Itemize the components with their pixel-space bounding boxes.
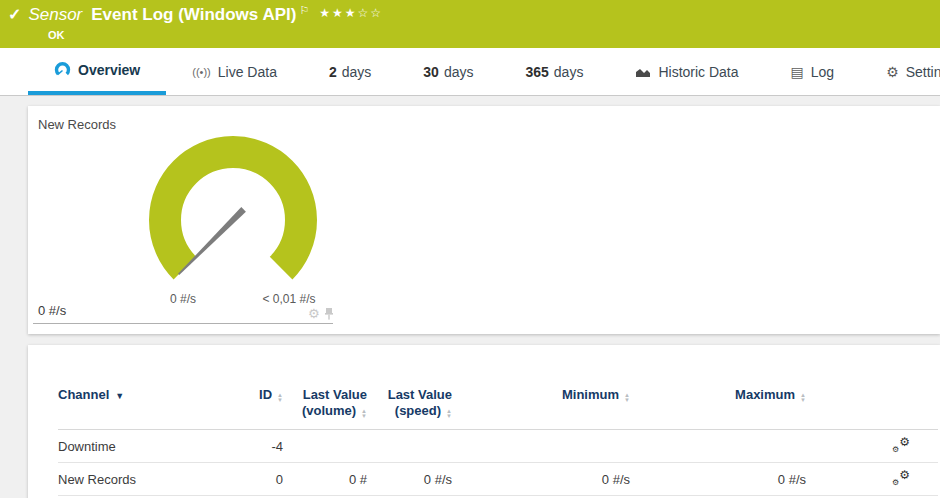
tab-number: 30: [423, 64, 439, 80]
table-header-row: Channel▼ ID▲▼ Last Value (volume)▲▼ Last…: [58, 383, 938, 430]
cell-last-value-speed: 0 #/s: [367, 463, 452, 496]
tab-30-days[interactable]: 30 days: [397, 48, 499, 95]
status-check-icon: ✓: [8, 5, 21, 25]
sensor-title: Event Log (Windows API): [91, 5, 296, 25]
tab-label: Log: [811, 64, 834, 80]
tab-bar: Overview ((•)) Live Data 2 days 30 days …: [0, 48, 940, 96]
sort-icon: ▲▼: [624, 393, 630, 403]
priority-stars[interactable]: ★★★☆☆: [319, 6, 383, 20]
gauge-panel-title: New Records: [38, 117, 116, 132]
table-row-new-records[interactable]: New Records 0 0 # 0 #/s 0 #/s 0 #/s ⚙ ⚙: [58, 463, 938, 496]
cell-last-value-volume: [283, 430, 367, 463]
channel-table: Channel▼ ID▲▼ Last Value (volume)▲▼ Last…: [58, 383, 938, 496]
tab-label: Settings: [906, 64, 940, 80]
historic-data-icon: [635, 66, 651, 78]
widget-settings-gear-icon[interactable]: ⚙: [308, 306, 320, 321]
channel-table-panel: Channel▼ ID▲▼ Last Value (volume)▲▼ Last…: [28, 345, 940, 498]
gauge-needle: [178, 207, 246, 275]
sort-icon: ▲▼: [361, 409, 367, 419]
tab-label: Live Data: [218, 64, 277, 80]
sort-icon: ▲▼: [446, 409, 452, 419]
cell-minimum: 0 #/s: [452, 463, 630, 496]
gauge-current-value: 0 #/s: [38, 303, 66, 318]
sensor-header-banner: ✓ Sensor Event Log (Windows API) ⚐ ★★★☆☆…: [0, 0, 940, 48]
tab-label: days: [342, 64, 372, 80]
cell-id: -4: [218, 430, 283, 463]
cell-channel[interactable]: Downtime: [58, 430, 218, 463]
column-header-id[interactable]: ID▲▼: [218, 383, 283, 430]
live-data-icon: ((•)): [192, 66, 211, 78]
sensor-kind-label: Sensor: [28, 5, 82, 25]
sort-active-icon: ▼: [115, 391, 124, 401]
tab-log[interactable]: ▤ Log: [765, 48, 861, 95]
tab-label: days: [444, 64, 474, 80]
pin-icon[interactable]: [324, 307, 334, 320]
tab-live-data[interactable]: ((•)) Live Data: [166, 48, 303, 95]
tab-overview[interactable]: Overview: [28, 48, 166, 95]
table-row-downtime[interactable]: Downtime -4 ⚙ ⚙: [58, 430, 938, 463]
tab-historic-data[interactable]: Historic Data: [609, 48, 764, 95]
gauge-scale-max: < 0,01 #/s: [262, 292, 315, 306]
column-header-channel[interactable]: Channel▼: [58, 383, 218, 430]
column-header-minimum[interactable]: Minimum▲▼: [452, 383, 630, 430]
cell-id: 0: [218, 463, 283, 496]
tab-label: Historic Data: [658, 64, 738, 80]
gauge-chart: 0 #/s < 0,01 #/s: [33, 132, 333, 310]
tab-label: Overview: [78, 62, 140, 78]
channel-settings-gears-icon[interactable]: ⚙ ⚙: [892, 470, 910, 486]
cell-channel[interactable]: New Records: [58, 463, 218, 496]
channel-settings-gears-icon[interactable]: ⚙ ⚙: [892, 437, 910, 453]
gear-icon: ⚙: [886, 64, 899, 80]
gauge-panel: New Records 0 #/s < 0,01 #/s 0 #/s ⚙: [28, 106, 940, 334]
tab-settings[interactable]: ⚙ Settings: [860, 48, 940, 95]
priority-flag-icon[interactable]: ⚐: [299, 5, 309, 16]
gauge-widget-divider: [33, 323, 333, 324]
column-header-maximum[interactable]: Maximum▲▼: [630, 383, 806, 430]
column-header-actions: [806, 383, 938, 430]
cell-last-value-volume: 0 #: [283, 463, 367, 496]
log-icon: ▤: [791, 64, 804, 80]
sensor-status-badge: OK: [48, 29, 65, 41]
tab-label: days: [554, 64, 584, 80]
tab-number: 2: [329, 64, 337, 80]
cell-last-value-speed: [367, 430, 452, 463]
gauge-scale-min: 0 #/s: [170, 292, 196, 306]
gauge-arc: [165, 152, 301, 268]
sort-icon: ▲▼: [800, 393, 806, 403]
cell-maximum: 0 #/s: [630, 463, 806, 496]
cell-minimum: [452, 430, 630, 463]
sort-icon: ▲▼: [277, 393, 283, 403]
gauge-icon: [54, 62, 71, 77]
tab-2-days[interactable]: 2 days: [303, 48, 397, 95]
tab-365-days[interactable]: 365 days: [499, 48, 609, 95]
cell-maximum: [630, 430, 806, 463]
column-header-last-value-volume[interactable]: Last Value (volume)▲▼: [283, 383, 367, 430]
column-header-last-value-speed[interactable]: Last Value (speed)▲▼: [367, 383, 452, 430]
tab-number: 365: [525, 64, 548, 80]
